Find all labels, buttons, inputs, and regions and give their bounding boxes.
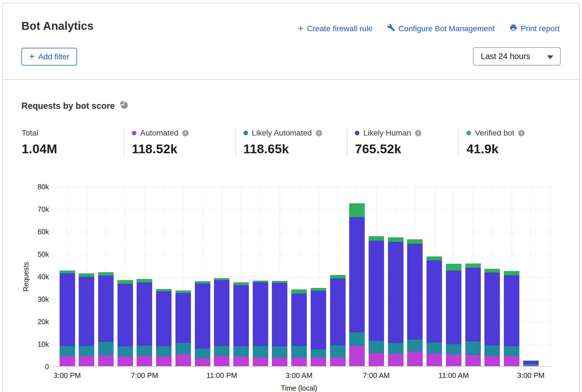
stat-total-value: 1.04M [22, 142, 121, 156]
bar-400am[interactable] [311, 288, 326, 366]
bar-segment-likely-human [253, 282, 268, 346]
x-tick-mark [376, 367, 377, 370]
bar-1100am[interactable] [446, 264, 461, 366]
bar-segment-automated [175, 354, 191, 366]
bar-segment-automated [504, 356, 519, 366]
bar-segment-likely-automated [118, 346, 133, 357]
bar-segment-likely-human [523, 361, 539, 364]
bar-700pm[interactable] [137, 279, 152, 366]
bar-segment-likely-automated [253, 346, 268, 358]
plot-area [53, 187, 552, 367]
bar-600pm[interactable] [118, 280, 133, 366]
y-tick-label: 30k [3, 295, 49, 303]
bar-600am[interactable] [349, 203, 365, 366]
bar-segment-likely-human [349, 217, 365, 332]
bar-1200pm[interactable] [465, 263, 481, 366]
bar-segment-automated [388, 354, 403, 366]
stat-likely-human: Likely Human i 765.52k [347, 128, 458, 156]
bar-segment-likely-automated [79, 346, 94, 356]
bar-segment-verified-bot [98, 272, 114, 276]
y-tick-mark [50, 254, 53, 254]
bar-segment-automated [523, 365, 539, 366]
bar-segment-likely-automated [407, 340, 423, 352]
create-firewall-rule-link[interactable]: + Create firewall rule [298, 24, 373, 33]
bar-segment-likely-human [407, 244, 423, 340]
bar-1200am[interactable] [233, 282, 249, 366]
y-tick-mark [50, 209, 53, 209]
bar-900pm[interactable] [175, 290, 191, 366]
bar-700am[interactable] [369, 236, 384, 366]
bar-segment-likely-human [388, 242, 403, 343]
x-tick-label: 3:00 PM [43, 371, 91, 380]
x-tick-mark [144, 367, 145, 370]
bar-300pm[interactable] [60, 271, 75, 366]
bar-segment-verified-bot [195, 281, 210, 283]
stat-likely-automated-value: 118.65k [243, 142, 344, 156]
bar-500am[interactable] [330, 275, 346, 366]
bar-segment-verified-bot [465, 263, 481, 267]
bar-segment-verified-bot [349, 203, 365, 217]
bar-segment-automated [291, 357, 307, 366]
bar-300pm[interactable] [523, 361, 539, 366]
verified-bot-dot [466, 131, 471, 135]
stat-likely-automated-label: Likely Automated [252, 129, 312, 138]
bar-200pm[interactable] [504, 271, 519, 366]
h-gridline [53, 187, 552, 187]
bar-segment-automated [214, 356, 229, 366]
h-gridline [53, 232, 552, 232]
bar-segment-verified-bot [175, 290, 191, 293]
info-icon[interactable]: i [316, 130, 322, 136]
bar-segment-automated [118, 357, 133, 366]
x-tick-mark [453, 367, 454, 370]
add-filter-label: Add filter [38, 52, 69, 61]
bar-segment-likely-human [98, 276, 114, 342]
bar-900am[interactable] [407, 239, 423, 366]
bar-1000am[interactable] [427, 256, 442, 366]
x-tick-label: 11:00 AM [430, 371, 477, 380]
bar-segment-likely-human [446, 271, 461, 344]
bar-segment-automated [60, 356, 75, 366]
y-tick-label: 80k [3, 183, 49, 191]
stat-verified-bot-label: Verified bot [475, 129, 514, 138]
info-icon[interactable]: i [518, 130, 525, 136]
bar-300am[interactable] [291, 289, 307, 366]
info-icon[interactable]: i [415, 130, 421, 136]
print-report-link[interactable]: Print report [509, 24, 560, 33]
bar-segment-likely-automated [214, 346, 229, 356]
bar-500pm[interactable] [98, 272, 114, 366]
info-icon[interactable]: i [182, 130, 189, 136]
bar-segment-likely-automated [233, 346, 249, 357]
v-gridline [550, 187, 551, 366]
bar-segment-verified-bot [233, 282, 249, 285]
bar-segment-likely-automated [311, 349, 326, 358]
bar-800pm[interactable] [156, 289, 172, 366]
bar-1000pm[interactable] [195, 281, 210, 366]
bar-segment-verified-bot [272, 281, 287, 283]
configure-bot-management-link[interactable]: Configure Bot Management [387, 24, 495, 33]
bar-segment-likely-automated [369, 341, 384, 353]
page-title: Bot Analytics [21, 20, 94, 32]
bar-100am[interactable] [253, 281, 268, 366]
bar-segment-likely-automated [137, 346, 152, 356]
y-tick-mark [50, 232, 53, 232]
stat-automated: Automated i 118.52k [124, 128, 235, 156]
pie-chart-icon [120, 101, 128, 111]
bar-segment-verified-bot [504, 271, 519, 275]
y-tick-mark [50, 299, 53, 299]
y-tick-label: 0 [3, 363, 49, 371]
x-axis-title: Time (local) [281, 384, 317, 392]
bar-segment-automated [195, 358, 210, 366]
configure-bot-management-label: Configure Bot Management [398, 24, 495, 33]
bar-segment-likely-automated [175, 343, 191, 354]
add-filter-button[interactable]: + Add filter [21, 48, 77, 66]
time-range-select[interactable]: Last 24 hours [473, 47, 561, 66]
bar-segment-likely-human [214, 280, 229, 346]
bar-1100pm[interactable] [214, 278, 229, 366]
bar-segment-automated [465, 355, 481, 366]
bar-200am[interactable] [272, 281, 287, 366]
bar-800am[interactable] [388, 237, 403, 366]
bar-100pm[interactable] [484, 269, 500, 366]
bar-segment-automated [137, 356, 152, 366]
bar-segment-likely-automated [465, 341, 481, 355]
bar-400pm[interactable] [79, 273, 94, 366]
